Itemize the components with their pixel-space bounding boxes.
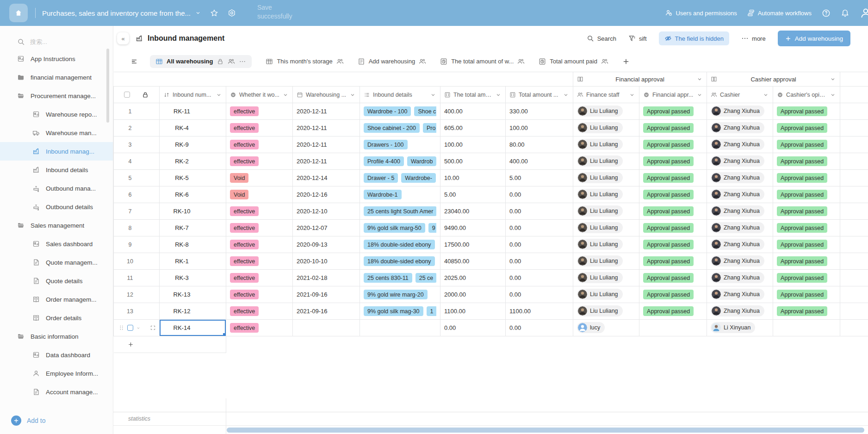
cell-cashier-opinion[interactable]: Approval passed: [773, 136, 840, 153]
chevron-down-icon[interactable]: [195, 10, 201, 16]
row-number[interactable]: 2: [114, 120, 160, 136]
cell-warehousing-date[interactable]: 2021-02-18: [293, 270, 360, 286]
view-list-icon[interactable]: [130, 58, 138, 65]
cell-inbound-number[interactable]: RK-1: [160, 253, 226, 270]
add-record-button[interactable]: [114, 336, 226, 353]
cell-cashier-opinion[interactable]: Approval passed: [773, 220, 840, 236]
sidebar-item-order-details[interactable]: Order details: [0, 309, 113, 327]
cell-finance-staff[interactable]: Liu Luliang: [573, 286, 639, 303]
cell-total-amount[interactable]: 400.00: [440, 103, 506, 120]
cell-finance-staff[interactable]: Liu Luliang: [573, 153, 639, 170]
cell-inbound-number[interactable]: RK-4: [160, 120, 226, 136]
cell-cashier[interactable]: Zhang Xiuhua: [707, 270, 773, 286]
cell-inbound-details[interactable]: Drawers - 100: [360, 136, 440, 153]
cell-total-paid[interactable]: 0.00: [506, 186, 573, 203]
user-avatar-icon[interactable]: [860, 7, 868, 19]
cell-total-paid[interactable]: 1100.00: [506, 303, 573, 320]
cell-financial-approval[interactable]: Approval passed: [639, 220, 707, 236]
cell-finance-staff[interactable]: Liu Luliang: [573, 170, 639, 186]
cell-total-amount[interactable]: 2025.00: [440, 270, 506, 286]
cell-cashier[interactable]: Zhang Xiuhua: [707, 236, 773, 253]
cell-finance-staff[interactable]: Liu Luliang: [573, 220, 639, 236]
cell-cashier[interactable]: Zhang Xiuhua: [707, 303, 773, 320]
sidebar-item-outbound-mana[interactable]: Outbound mana...: [0, 179, 113, 198]
cell-inbound-number[interactable]: RK-9: [160, 136, 226, 153]
cell-finance-staff[interactable]: Liu Luliang: [573, 253, 639, 270]
cell-finance-staff[interactable]: lucy: [573, 320, 639, 336]
cell-financial-approval[interactable]: Approval passed: [639, 236, 707, 253]
cell-total-amount[interactable]: 40850.00: [440, 253, 506, 270]
cell-cashier[interactable]: Li Xinyuan: [707, 320, 773, 336]
sidebar-search-input[interactable]: [30, 38, 99, 45]
column-header-whether-it-wo[interactable]: Whether it wo...: [226, 87, 293, 103]
column-header-inbound-details[interactable]: Inbound details: [360, 87, 440, 103]
expand-record-icon[interactable]: [150, 325, 156, 331]
chevron-down-icon[interactable]: [136, 326, 141, 330]
cell-finance-staff[interactable]: Liu Luliang: [573, 186, 639, 203]
sidebar-scrollbar[interactable]: [106, 49, 109, 123]
cell-warehousing-date[interactable]: 2021-09-16: [293, 303, 360, 320]
sidebar-item-basic-information[interactable]: Basic information: [0, 327, 113, 346]
sidebar-item-account-manage[interactable]: Account manage...: [0, 383, 113, 401]
sidebar-item-app-instructions[interactable]: App Instructions: [0, 50, 113, 68]
cell-warehousing-date[interactable]: 2020-12-07: [293, 220, 360, 236]
cell-inbound-details[interactable]: 18% double-sided ebony: [360, 236, 440, 253]
cell-status[interactable]: effective: [226, 253, 293, 270]
cell-financial-approval[interactable]: Approval passed: [639, 203, 707, 220]
cell-inbound-details[interactable]: Wardrobe-1: [360, 186, 440, 203]
bell-icon[interactable]: [841, 9, 849, 18]
cell-financial-approval[interactable]: Approval passed: [639, 186, 707, 203]
cell-inbound-number[interactable]: RK-8: [160, 236, 226, 253]
cell-total-paid[interactable]: 0.00: [506, 236, 573, 253]
cell-total-paid[interactable]: 0.00: [506, 270, 573, 286]
add-to-button[interactable]: Add to: [11, 415, 45, 426]
statistics-label[interactable]: statistics: [128, 415, 150, 422]
cell-inbound-details[interactable]: Shoe cabinet - 200Pro: [360, 120, 440, 136]
cell-total-paid[interactable]: 0.00: [506, 253, 573, 270]
cell-status[interactable]: Void: [226, 170, 293, 186]
cell-financial-approval[interactable]: Approval passed: [639, 153, 707, 170]
cell-inbound-number[interactable]: RK-13: [160, 286, 226, 303]
cell-financial-approval[interactable]: [639, 320, 707, 336]
row-number[interactable]: 3: [114, 136, 160, 153]
cell-status[interactable]: effective: [226, 286, 293, 303]
cell-total-amount[interactable]: 605.00: [440, 120, 506, 136]
sidebar-item-quote-managem[interactable]: Quote managem...: [0, 253, 113, 272]
cell-warehousing-date[interactable]: 2020-09-13: [293, 236, 360, 253]
cell-cashier[interactable]: Zhang Xiuhua: [707, 103, 773, 120]
cell-cashier-opinion[interactable]: Approval passed: [773, 303, 840, 320]
cell-total-amount[interactable]: 1100.00: [440, 303, 506, 320]
collapse-sidebar-button[interactable]: «: [117, 32, 129, 44]
column-header-the-total-amo[interactable]: The total amo...: [440, 87, 506, 103]
cell-cashier-opinion[interactable]: Approval passed: [773, 253, 840, 270]
cell-total-paid[interactable]: 400.00: [506, 153, 573, 170]
cell-financial-approval[interactable]: Approval passed: [639, 136, 707, 153]
cell-total-paid[interactable]: 0.00: [506, 220, 573, 236]
cell-cashier[interactable]: Zhang Xiuhua: [707, 186, 773, 203]
sidebar-item-employee-inform[interactable]: Employee Inform...: [0, 364, 113, 383]
cell-cashier[interactable]: Zhang Xiuhua: [707, 203, 773, 220]
cell-financial-approval[interactable]: Approval passed: [639, 253, 707, 270]
row-number[interactable]: 8: [114, 220, 160, 236]
automate-workflows-button[interactable]: Automate workflows: [747, 9, 812, 17]
cell-financial-approval[interactable]: Approval passed: [639, 170, 707, 186]
star-icon[interactable]: [210, 9, 218, 17]
cell-warehousing-date[interactable]: 2020-12-11: [293, 136, 360, 153]
view-tab-all-warehousing[interactable]: All warehousing: [150, 55, 252, 68]
cell-status[interactable]: effective: [226, 220, 293, 236]
view-tab-add-warehousing[interactable]: Add warehousing: [358, 58, 426, 65]
cell-warehousing-date[interactable]: 2020-12-16: [293, 186, 360, 203]
cell-inbound-details[interactable]: [360, 320, 440, 336]
cell-finance-staff[interactable]: Liu Luliang: [573, 136, 639, 153]
row-number[interactable]: 12: [114, 286, 160, 303]
cell-cashier[interactable]: Zhang Xiuhua: [707, 120, 773, 136]
cell-warehousing-date[interactable]: 2020-12-11: [293, 153, 360, 170]
cell-total-amount[interactable]: 23040.00: [440, 203, 506, 220]
sidebar-item-financial-management[interactable]: financial management: [0, 68, 113, 87]
sidebar-item-warehouse-repo[interactable]: Warehouse repo...: [0, 105, 113, 124]
cell-inbound-number[interactable]: RK-12: [160, 303, 226, 320]
cell-cashier-opinion[interactable]: Approval passed: [773, 236, 840, 253]
cell-inbound-details[interactable]: 9% gold wire marg-20: [360, 286, 440, 303]
sidebar-item-sales-dashboard[interactable]: Sales dashboard: [0, 235, 113, 253]
cell-total-paid[interactable]: 0.00: [506, 203, 573, 220]
